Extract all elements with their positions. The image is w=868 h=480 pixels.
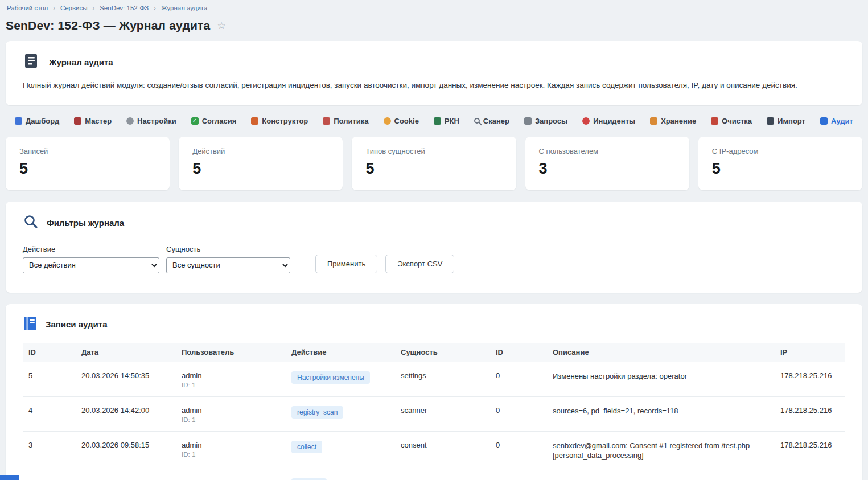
breadcrumb-services[interactable]: Сервисы [60, 5, 88, 11]
journal-icon [23, 52, 40, 72]
col-id[interactable]: ID [23, 343, 76, 362]
tab-label: Хранение [661, 117, 696, 125]
intro-description: Полный журнал действий модуля: создание/… [23, 80, 845, 91]
cell-description: system: Scheduled data registry scan com… [547, 469, 775, 480]
cell-date: 20.03.2026 09:57:48 [76, 469, 176, 480]
tab-storage[interactable]: Хранение [650, 117, 696, 125]
rkn-document-icon [434, 117, 441, 125]
tab-dashboard[interactable]: Дашборд [15, 117, 59, 125]
tab-label: Дашборд [26, 117, 59, 125]
magnifier-icon [474, 118, 480, 124]
stat-card-actions: Действий 5 [179, 137, 343, 190]
cell-action: collect [286, 431, 395, 469]
storage-box-icon [650, 117, 657, 125]
tab-label: Cookie [394, 117, 419, 125]
filters-card: Фильтры журнала Действие Все действия Су… [6, 202, 862, 293]
col-action[interactable]: Действие [286, 343, 395, 362]
tab-label: Согласия [202, 117, 237, 125]
col-date[interactable]: Дата [76, 343, 176, 362]
tab-label: Запросы [535, 117, 567, 125]
action-badge: registry_scan [291, 406, 343, 419]
cell-entity: scanner [395, 396, 490, 431]
document-icon [323, 117, 330, 125]
tab-bar: Дашборд Мастер Настройки Согласия Констр… [6, 117, 862, 125]
cell-description: senbxdev@gmail.com: Consent #1 registere… [547, 431, 775, 469]
tab-scanner[interactable]: Сканер [474, 117, 509, 125]
cell-entity-id: 0 [490, 362, 547, 396]
user-id: ID: 1 [182, 416, 280, 423]
intro-card: Журнал аудита Полный журнал действий мод… [6, 41, 862, 105]
cell-entity-id: 0 [490, 431, 547, 469]
tab-requests[interactable]: Запросы [524, 117, 567, 125]
cell-action: process [286, 469, 395, 480]
cell-description: Изменены настройки раздела: operator [547, 362, 775, 396]
col-entity-id[interactable]: ID [490, 343, 547, 362]
constructor-icon [251, 117, 258, 125]
table-row[interactable]: 2 20.03.2026 09:57:48 system ID: 0 proce… [23, 469, 845, 480]
stat-value: 5 [19, 160, 156, 178]
favorite-star-icon[interactable]: ☆ [217, 20, 225, 32]
records-title: Записи аудита [46, 319, 108, 329]
tab-policy[interactable]: Политика [323, 117, 368, 125]
tab-label: Мастер [85, 117, 112, 125]
cell-description: sources=6, pd_fields=21, records=118 [547, 396, 775, 431]
stat-card-entity-types: Типов сущностей 5 [352, 137, 516, 190]
col-user[interactable]: Пользователь [176, 343, 286, 362]
col-ip[interactable]: IP [775, 343, 845, 362]
tab-rkn[interactable]: РКН [434, 117, 459, 125]
tab-master[interactable]: Мастер [74, 117, 112, 125]
col-description[interactable]: Описание [547, 343, 775, 362]
tab-label: Аудит [831, 117, 853, 125]
cell-id: 4 [23, 396, 76, 431]
stat-card-with-ip: С IP-адресом 5 [698, 137, 862, 190]
cell-ip: 178.218.25.216 [775, 431, 845, 469]
cell-ip: 178.218.25.216 [775, 396, 845, 431]
export-csv-button[interactable]: Экспорт CSV [385, 255, 454, 273]
stat-label: С IP-адресом [712, 147, 849, 155]
breadcrumb-module[interactable]: SenDev: 152-ФЗ [100, 5, 149, 11]
entity-filter-select[interactable]: Все сущности [166, 257, 290, 273]
tab-label: Очистка [722, 117, 752, 125]
table-header-row: ID Дата Пользователь Действие Сущность I… [23, 343, 845, 362]
cell-user: admin ID: 1 [176, 396, 286, 431]
user-login: admin [182, 441, 280, 449]
breadcrumb-separator: › [93, 5, 95, 11]
stat-label: С пользователем [539, 147, 676, 155]
breadcrumb-audit[interactable]: Журнал аудита [161, 5, 207, 11]
stat-value: 5 [192, 160, 329, 178]
broom-icon [711, 117, 718, 125]
cell-date: 20.03.2026 14:50:35 [76, 362, 176, 396]
cell-ip: 178.218.25.216 [775, 469, 845, 480]
stat-value: 5 [712, 160, 849, 178]
stat-card-with-user: С пользователем 3 [525, 137, 689, 190]
tab-audit[interactable]: Аудит [820, 117, 853, 125]
cell-entity-id: 0 [490, 396, 547, 431]
stat-value: 5 [365, 160, 502, 178]
table-row[interactable]: 5 20.03.2026 14:50:35 admin ID: 1 Настро… [23, 362, 845, 396]
cell-entity-id: 0 [490, 469, 547, 480]
breadcrumb-desktop[interactable]: Рабочий стол [7, 5, 48, 11]
action-filter-label: Действие [23, 245, 159, 253]
action-filter-select[interactable]: Все действия [23, 257, 159, 273]
tab-cleanup[interactable]: Очистка [711, 117, 752, 125]
tab-settings[interactable]: Настройки [126, 117, 176, 125]
stats-row: Записей 5 Действий 5 Типов сущностей 5 С… [6, 137, 862, 190]
cell-user: system ID: 0 [176, 469, 286, 480]
cookie-icon [384, 117, 391, 125]
tab-incidents[interactable]: Инциденты [582, 117, 635, 125]
checkbox-icon [191, 117, 199, 125]
tab-import[interactable]: Импорт [767, 117, 805, 125]
apply-button[interactable]: Применить [315, 255, 377, 273]
gear-icon [126, 117, 134, 125]
cell-id: 2 [23, 469, 76, 480]
tab-cookie[interactable]: Cookie [384, 117, 419, 125]
cell-user: admin ID: 1 [176, 362, 286, 396]
tab-consents[interactable]: Согласия [191, 117, 237, 125]
stat-label: Действий [192, 147, 329, 155]
tab-label: Инциденты [593, 117, 635, 125]
tab-constructor[interactable]: Конструктор [251, 117, 308, 125]
requests-icon [524, 117, 532, 125]
table-row[interactable]: 3 20.03.2026 09:58:15 admin ID: 1 collec… [23, 431, 845, 469]
col-entity[interactable]: Сущность [395, 343, 490, 362]
table-row[interactable]: 4 20.03.2026 14:42:00 admin ID: 1 regist… [23, 396, 845, 431]
